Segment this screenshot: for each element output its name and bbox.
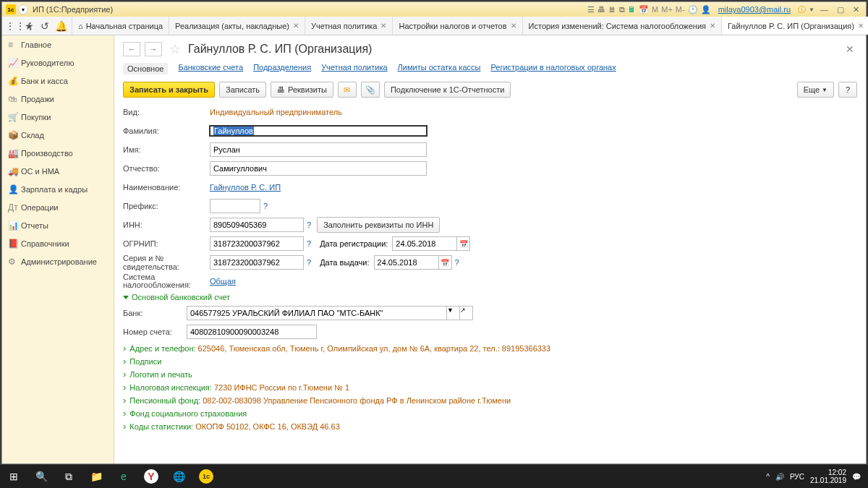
edge-icon[interactable]: e — [110, 465, 137, 488]
close-icon[interactable]: ✕ — [858, 22, 864, 30]
section-address[interactable]: Адрес и телефон:625046, Тюменская обл, Т… — [123, 343, 857, 354]
calendar-icon[interactable]: 📅 — [439, 255, 452, 270]
tray-sound-icon[interactable]: 🔊 — [775, 473, 784, 481]
bank-input[interactable] — [187, 306, 447, 320]
calendar-icon[interactable]: 📅 — [639, 5, 649, 14]
close-icon[interactable]: ✕ — [380, 22, 386, 30]
tax-system-link[interactable]: Общая — [210, 277, 236, 286]
yandex-icon[interactable]: Y — [137, 465, 165, 488]
nav-forward-button[interactable]: → — [145, 42, 162, 56]
chrome-icon[interactable]: 🌐 — [165, 465, 192, 488]
clock-icon[interactable]: 🕐 — [688, 5, 698, 14]
tray-clock[interactable]: 12:02 21.01.2019 — [810, 468, 846, 484]
sidebar-item-manager[interactable]: 📈Руководителю — [2, 53, 114, 72]
more-button[interactable]: Еще ▼ — [797, 82, 834, 98]
name-input[interactable] — [210, 142, 427, 157]
tab-istoria[interactable]: История изменений: Система налогообложен… — [523, 17, 722, 35]
fill-by-inn-button[interactable]: Заполнить реквизиты по ИНН — [317, 217, 440, 233]
tray-lang[interactable]: РУС — [790, 473, 804, 481]
connect-button[interactable]: Подключение к 1С-Отчетности — [384, 82, 511, 98]
sidebar-item-production[interactable]: 🏭Производство — [2, 144, 114, 162]
tab-realizacia[interactable]: Реализация (акты, накладные)✕ — [169, 17, 305, 35]
dropdown-icon[interactable]: ▼ — [447, 306, 460, 320]
subtab-limits[interactable]: Лимиты остатка кассы — [398, 63, 481, 74]
search-icon[interactable]: 🔍 — [27, 465, 55, 488]
help-icon[interactable]: ? — [307, 221, 311, 229]
app-menu-dropdown[interactable]: ▼ — [18, 4, 28, 14]
info-dd[interactable]: ▼ — [809, 7, 814, 13]
subtab-policy[interactable]: Учетная политика — [321, 63, 387, 74]
close-icon[interactable]: ✕ — [850, 5, 862, 14]
help-icon[interactable]: ? — [307, 258, 311, 267]
tab-nastroiki[interactable]: Настройки налогов и отчетов✕ — [393, 17, 522, 35]
sidebar-item-refs[interactable]: 📕Справочники — [2, 234, 114, 252]
familia-input[interactable]: Гайнуллов — [210, 126, 427, 136]
1c-icon[interactable]: 1c — [192, 465, 220, 488]
account-input[interactable] — [187, 325, 317, 339]
attach-button[interactable]: 📎 — [361, 82, 380, 98]
subtab-bank[interactable]: Банковские счета — [178, 63, 243, 74]
user-link[interactable]: milaya0903@mail.ru — [718, 5, 791, 14]
sidebar-item-admin[interactable]: ⚙Администрирование — [2, 252, 114, 270]
start-button[interactable]: ⊞ — [0, 465, 27, 488]
subtab-main[interactable]: Основное — [123, 63, 168, 74]
favorite-icon[interactable]: ☆ — [169, 41, 181, 57]
prefix-input[interactable] — [210, 199, 260, 213]
m-minus-icon[interactable]: M- — [676, 5, 685, 14]
open-icon[interactable]: ↗ — [460, 306, 473, 320]
sidebar-item-purchases[interactable]: 🛒Покупки — [2, 108, 114, 126]
user-icon[interactable]: 👤 — [701, 5, 711, 14]
taskview-icon[interactable]: ⧉ — [55, 465, 82, 488]
compare-icon[interactable]: ⧉ — [619, 5, 625, 14]
section-fss[interactable]: Фонд социального страхования — [123, 408, 857, 419]
sidebar-item-sales[interactable]: 🛍Продажи — [2, 90, 114, 108]
help-button[interactable]: ? — [838, 82, 857, 98]
tray-notif-icon[interactable]: 💬 — [852, 473, 861, 481]
issuedate-input[interactable] — [374, 255, 439, 270]
sidebar-item-zarplata[interactable]: 👤Зарплата и кадры — [2, 180, 114, 198]
history-icon[interactable]: ↺ — [37, 20, 53, 32]
close-icon[interactable]: ✕ — [293, 22, 299, 30]
calendar-icon[interactable]: 📅 — [457, 236, 470, 251]
close-icon[interactable]: ✕ — [710, 22, 715, 30]
requisites-button[interactable]: 🖶Реквизиты — [271, 82, 333, 98]
patronymic-input[interactable] — [210, 161, 427, 176]
regdate-input[interactable] — [392, 236, 457, 251]
sidebar-item-sklad[interactable]: 📦Склад — [2, 126, 114, 144]
section-stats[interactable]: Коды статистики:ОКОПФ 50102, ОКФС 16, ОК… — [123, 421, 857, 432]
minimize-icon[interactable]: — — [817, 5, 831, 14]
tray-up-icon[interactable]: ^ — [766, 473, 770, 481]
naimenovanie-link[interactable]: Гайнуллов Р. С. ИП — [210, 183, 281, 192]
m-plus-icon[interactable]: M+ — [661, 5, 673, 14]
tab-gainullov[interactable]: Гайнуллов Р. С. ИП (Организация)✕ — [722, 17, 868, 35]
section-nalog[interactable]: Налоговая инспекция:7230 ИФНС России по … — [123, 382, 857, 393]
save-button[interactable]: Записать — [219, 82, 266, 98]
close-icon[interactable]: ✕ — [511, 22, 516, 30]
help-icon[interactable]: ? — [263, 202, 268, 210]
sidebar-item-operations[interactable]: ДтОперации — [2, 198, 114, 216]
section-pension[interactable]: Пенсионный фонд:082-002-083098 Управлени… — [123, 395, 857, 406]
bank-section-header[interactable]: Основной банковский счет — [123, 293, 857, 301]
tb-icon[interactable]: ☰ — [587, 5, 595, 14]
sidebar-item-bank[interactable]: 💰Банк и касса — [2, 72, 114, 90]
info-icon[interactable]: ⓘ — [798, 4, 806, 15]
explorer-icon[interactable]: 📁 — [82, 465, 110, 488]
subtab-tax-reg[interactable]: Регистрации в налоговых органах — [490, 63, 616, 74]
mail-button[interactable]: ✉ — [338, 82, 357, 98]
sidebar-item-reports[interactable]: 📊Отчеты — [2, 216, 114, 234]
sidebar-item-main[interactable]: ≡Главное — [2, 35, 114, 53]
tab-uchet[interactable]: Учетная политика✕ — [305, 17, 393, 35]
sidebar-item-os[interactable]: 🚚ОС и НМА — [2, 162, 114, 180]
subtab-divisions[interactable]: Подразделения — [253, 63, 311, 74]
page-close-icon[interactable]: ✕ — [846, 43, 857, 55]
section-sign[interactable]: Подписи — [123, 356, 857, 367]
apps-icon[interactable]: ⋮⋮⋮ — [5, 20, 21, 32]
bell-icon[interactable]: 🔔 — [53, 20, 69, 32]
help-icon[interactable]: ? — [307, 239, 311, 248]
ogrnip-input[interactable] — [210, 236, 304, 251]
section-logo[interactable]: Логотип и печать — [123, 369, 857, 380]
inn-input[interactable] — [210, 218, 304, 232]
nav-back-button[interactable]: ← — [123, 42, 140, 56]
serial-input[interactable] — [210, 255, 304, 270]
calc-icon[interactable]: 🖩 — [628, 5, 636, 14]
